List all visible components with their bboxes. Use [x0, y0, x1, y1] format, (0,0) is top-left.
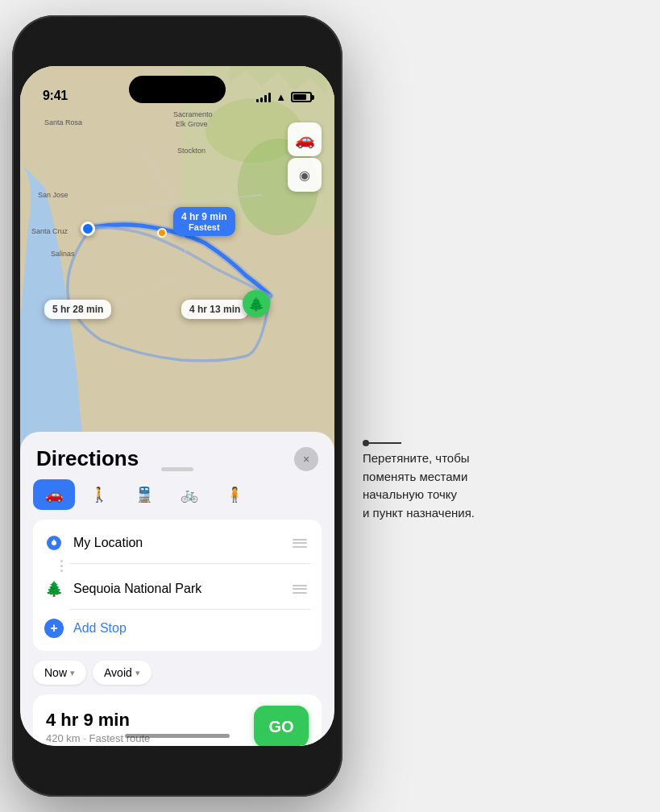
time-option[interactable]: Now ▾	[33, 661, 86, 685]
map-buttons: 🚗 ◉	[288, 122, 322, 192]
panel-title: Directions	[36, 446, 139, 471]
dest-text: Sequoia National Park	[73, 582, 280, 596]
waypoint-dot	[157, 228, 167, 238]
panel-header: Directions ×	[20, 432, 334, 479]
dest-icon: 🌲	[44, 579, 64, 599]
dest-waypoint: 🌲 Sequoia National Park	[33, 569, 322, 609]
wifi-icon: ▲	[276, 91, 286, 103]
home-indicator	[125, 734, 230, 738]
tab-transit[interactable]: 🚆	[123, 479, 165, 510]
origin-dot	[81, 222, 95, 236]
origin-text: My Location	[73, 536, 280, 550]
status-icons: ▲	[256, 91, 312, 103]
phone-screen: 9:41 ▲	[20, 66, 334, 746]
origin-icon	[44, 533, 64, 553]
map-area[interactable]: 🌲 Sacramento Elk Grove Santa Rosa Stockt…	[20, 66, 334, 461]
origin-waypoint: My Location	[33, 523, 322, 563]
location-button[interactable]: ◉	[288, 158, 322, 192]
avoid-label: Avoid	[104, 666, 132, 679]
route-alt1-time: 5 hr 28 min	[52, 304, 103, 315]
route-alt2-time: 4 hr 13 min	[189, 304, 240, 315]
dynamic-island	[129, 76, 226, 103]
battery-icon	[291, 92, 312, 102]
phone-device: 9:41 ▲	[0, 0, 355, 812]
add-stop-label: Add Stop	[73, 621, 127, 636]
route-label-alt1[interactable]: 5 hr 28 min	[44, 300, 111, 319]
status-time: 9:41	[43, 89, 68, 103]
map-label-santarosa: Santa Rosa	[44, 118, 82, 126]
time-label: Now	[44, 666, 67, 679]
route-fastest-time: 4 hr 9 min	[181, 211, 227, 222]
map-label-salinas: Salinas	[51, 250, 75, 258]
route-1-time: 4 hr 9 min	[46, 710, 254, 731]
annotation: Перетяните, чтобыпоменять местаминачальн…	[355, 435, 475, 522]
map-label-elkgrove: Elk Grove	[176, 120, 208, 128]
tab-bike[interactable]: 🚲	[168, 479, 210, 510]
map-label-sanjose: San Jose	[38, 191, 68, 199]
annotation-line: Перетяните, чтобыпоменять местаминачальн…	[355, 435, 475, 522]
add-stop-icon: +	[44, 619, 64, 638]
tab-car[interactable]: 🚗	[33, 479, 75, 510]
options-row: Now ▾ Avoid ▾	[20, 651, 334, 694]
add-stop-row[interactable]: + Add Stop	[33, 609, 322, 648]
route-fastest-label: Fastest	[181, 222, 227, 232]
annotation-horiz-line	[369, 442, 401, 444]
route-1-info: 4 hr 9 min 420 km · Fastest route	[46, 710, 254, 744]
route-label-alt2[interactable]: 4 hr 13 min	[181, 300, 248, 319]
close-button[interactable]: ×	[294, 447, 318, 471]
annotation-text: Перетяните, чтобыпоменять местаминачальн…	[363, 450, 475, 522]
signal-icon	[256, 93, 271, 102]
tab-walk2[interactable]: 🧍	[214, 479, 255, 510]
map-label-sacramento: Sacramento	[173, 110, 213, 118]
waypoints-list: My Location	[33, 520, 322, 651]
route-card-1[interactable]: 4 hr 9 min 420 km · Fastest route GO	[33, 694, 322, 746]
origin-drag-handle[interactable]	[289, 536, 310, 551]
dest-drag-handle[interactable]	[289, 582, 310, 597]
go-button-1[interactable]: GO	[254, 706, 309, 746]
phone-frame: 9:41 ▲	[12, 15, 342, 797]
time-chevron-icon: ▾	[70, 668, 75, 678]
map-label-stockton: Stockton	[177, 147, 205, 155]
directions-panel: Directions × 🚗 🚶 🚆 🚲 🧍	[20, 432, 334, 746]
avoid-option[interactable]: Avoid ▾	[93, 661, 152, 685]
map-label-santacruz: Santa Cruz	[31, 227, 68, 235]
route-label-fastest[interactable]: 4 hr 9 min Fastest	[173, 207, 235, 236]
svg-point-5	[52, 541, 56, 545]
tab-walk[interactable]: 🚶	[78, 479, 120, 510]
destination-pin: 🌲	[243, 290, 270, 317]
annotation-dot	[363, 440, 369, 446]
panel-drag-handle[interactable]	[161, 467, 193, 471]
avoid-chevron-icon: ▾	[135, 668, 140, 678]
transport-tabs: 🚗 🚶 🚆 🚲 🧍	[20, 479, 334, 520]
car-mode-button[interactable]: 🚗	[288, 122, 322, 156]
